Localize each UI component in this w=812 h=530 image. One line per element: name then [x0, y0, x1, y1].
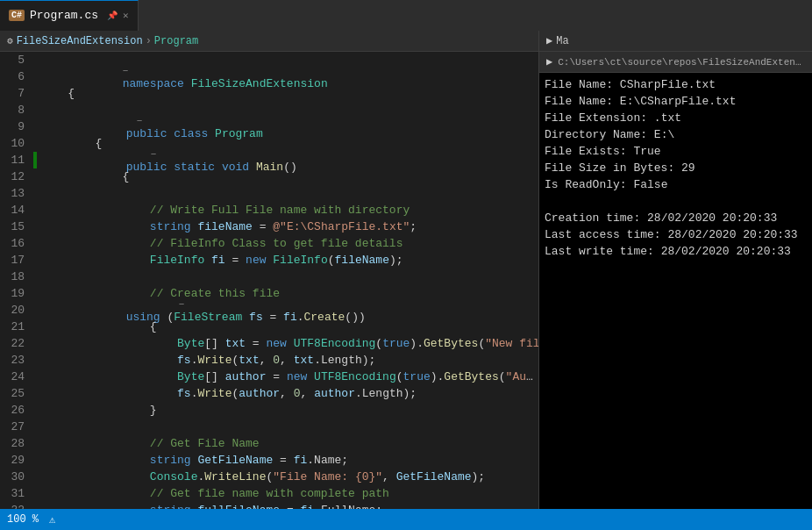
bc-right-text: Ma [556, 35, 568, 47]
fold-6[interactable] [123, 66, 129, 76]
output-line-1: File Name: CSharpFile.txt [545, 76, 807, 93]
tab-label: Program.cs [30, 9, 98, 22]
breadcrumb-row: ⚙ FileSizeAndExtension › Program ▶ Ma [0, 31, 812, 52]
tab-program-cs[interactable]: C# Program.cs 📌 ✕ [0, 0, 139, 31]
output-line-5: File Exists: True [545, 143, 807, 160]
bc-right-icon: ▶ [546, 34, 552, 47]
status-zoom[interactable]: 100 % [7, 513, 39, 526]
output-line-10: Last write time: 28/02/2020 20:20:33 [545, 243, 807, 260]
editor-pane[interactable]: 5 6 namespace FileSizeAndExtension 7 [0, 52, 539, 509]
output-line-7: Is ReadOnly: False [545, 176, 807, 193]
editor-lines: 5 6 namespace FileSizeAndExtension 7 [0, 52, 538, 509]
fold-9[interactable] [137, 116, 143, 126]
output-path-text: C:\Users\ct\source\repos\FileSizeAndExte… [558, 57, 805, 68]
tab-pin-icon[interactable]: 📌 [107, 11, 118, 21]
output-line-9: Last access time: 28/02/2020 20:20:33 [545, 226, 807, 243]
output-line-4: Directory Name: E:\ [545, 126, 807, 143]
main-area: 5 6 namespace FileSizeAndExtension 7 [0, 52, 812, 509]
bc-item-1[interactable]: FileSizeAndExtension [17, 35, 143, 47]
output-line-2: File Name: E:\CSharpFile.txt [545, 93, 807, 110]
output-line-3: File Extension: .txt [545, 110, 807, 126]
output-header: ▶ C:\Users\ct\source\repos\FileSizeAndEx… [539, 52, 812, 73]
output-line-6: File Size in Bytes: 29 [545, 160, 807, 176]
breadcrumb-right: ▶ Ma [539, 31, 812, 51]
tab-close-icon[interactable]: ✕ [123, 10, 129, 21]
status-warning[interactable]: ⚠ [49, 513, 55, 526]
fold-11[interactable] [151, 149, 157, 160]
fold-20[interactable] [179, 299, 185, 310]
zoom-label: 100 % [7, 513, 39, 526]
app-window: C# Program.cs 📌 ✕ ⚙ FileSizeAndExtension… [0, 0, 812, 530]
tab-bar: C# Program.cs 📌 ✕ [0, 0, 812, 31]
bc-item-2[interactable]: Program [154, 35, 198, 47]
output-line-8: Creation time: 28/02/2020 20:20:33 [545, 210, 807, 226]
output-terminal-icon: ▶ [546, 55, 552, 68]
bc-icon: ⚙ [7, 35, 13, 47]
breadcrumb-left: ⚙ FileSizeAndExtension › Program [0, 31, 539, 51]
warning-icon: ⚠ [49, 513, 55, 526]
bc-sep-1: › [143, 35, 154, 47]
tab-lang-icon: C# [9, 10, 25, 21]
output-content: File Name: CSharpFile.txt File Name: E:\… [539, 73, 812, 263]
output-panel: ▶ C:\Users\ct\source\repos\FileSizeAndEx… [539, 52, 812, 509]
status-bar: 100 % ⚠ [0, 509, 812, 530]
output-line-blank [545, 193, 807, 210]
